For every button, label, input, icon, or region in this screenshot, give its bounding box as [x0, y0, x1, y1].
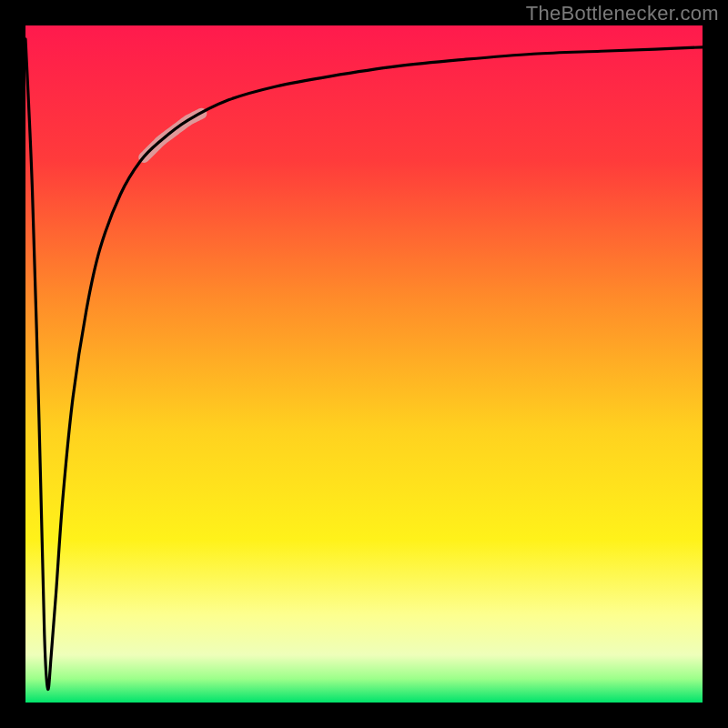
watermark-text: TheBottleneсker.com	[526, 2, 719, 25]
bottleneck-chart	[0, 0, 728, 728]
chart-stage: TheBottleneсker.com	[0, 0, 728, 728]
plot-background	[25, 25, 703, 703]
